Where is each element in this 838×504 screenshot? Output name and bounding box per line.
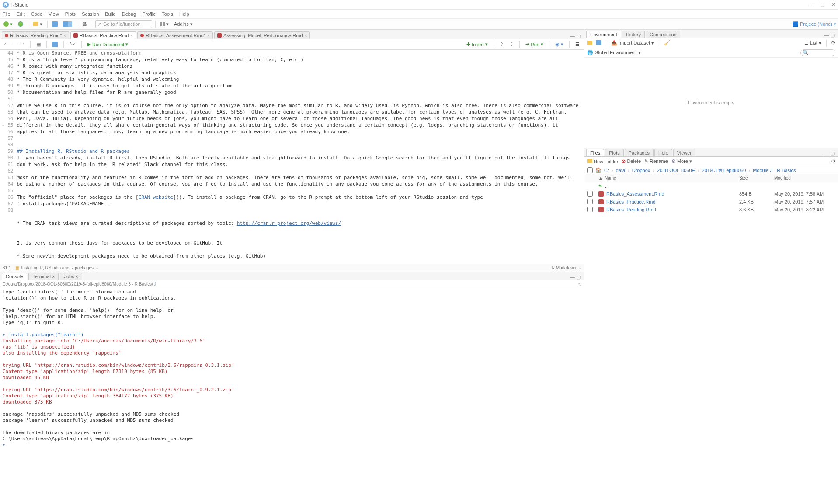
tab-plots[interactable]: Plots — [605, 149, 623, 156]
refresh-files-icon[interactable]: ⟳ — [831, 159, 835, 164]
spellcheck-button[interactable]: ᴬ✓ — [68, 41, 77, 48]
maximize-pane-icon[interactable]: ▢ — [830, 32, 835, 38]
console-output[interactable]: Type 'contributors()' for more informati… — [0, 288, 584, 504]
tab-rbasics-assessment[interactable]: RBasics_Assessment.Rmd*× — [137, 31, 213, 39]
file-mode[interactable]: R Markdown — [552, 266, 576, 270]
menu-debug[interactable]: Debug — [122, 11, 136, 17]
minimize-pane-icon[interactable]: — — [824, 151, 829, 156]
clear-env-button[interactable]: 🧹 — [664, 40, 670, 46]
minimize-icon[interactable]: — — [808, 2, 813, 7]
minimize-pane-icon[interactable]: — — [570, 274, 575, 280]
tab-terminal[interactable]: Terminal × — [28, 273, 59, 280]
menu-build[interactable]: Build — [105, 11, 115, 17]
maximize-pane-icon[interactable]: ▢ — [576, 274, 581, 280]
import-dataset-button[interactable]: 📥 Import Dataset ▾ — [611, 40, 654, 46]
maximize-pane-icon[interactable]: ▢ — [576, 33, 581, 39]
go-next-button[interactable]: ⇩ — [508, 41, 515, 48]
new-folder-button[interactable]: New Folder — [587, 159, 618, 164]
insert-button[interactable]: ✚ Insert ▾ — [465, 41, 490, 48]
save-all-button[interactable] — [61, 21, 74, 28]
run-button[interactable]: ➔ Run ▾ — [524, 41, 545, 48]
print-button[interactable]: 🖶 — [80, 21, 89, 28]
tab-connections[interactable]: Connections — [646, 31, 680, 38]
env-search-input[interactable]: 🔍 — [800, 49, 835, 56]
close-tab-icon[interactable]: × — [63, 33, 66, 38]
open-file-button[interactable]: ▾ — [31, 21, 44, 28]
menu-view[interactable]: View — [49, 11, 59, 17]
rmd-file-icon — [598, 191, 604, 197]
tab-jobs[interactable]: Jobs × — [60, 273, 82, 280]
publish-button[interactable]: ◉ ▾ — [553, 41, 565, 48]
load-workspace-button[interactable] — [587, 41, 592, 46]
file-checkbox[interactable] — [587, 199, 593, 204]
file-row[interactable]: RBasics_Practice.Rmd2.4 KBMay 20, 2019, … — [584, 198, 838, 206]
rename-button[interactable]: ✎ Rename — [644, 159, 668, 164]
back-button[interactable]: ⟸ — [3, 41, 13, 48]
tab-rbasics-practice[interactable]: RBasics_Practice.Rmd× — [70, 31, 136, 39]
tab-help[interactable]: Help — [654, 149, 672, 156]
file-row[interactable]: RBasics_Assessment.Rmd854 BMay 20, 2019,… — [584, 190, 838, 198]
grid-button[interactable]: ▾ — [159, 21, 170, 28]
run-document-button[interactable]: ▶ Run Document ▾ — [86, 41, 130, 48]
up-directory-row[interactable]: ⬑ .. — [584, 182, 838, 190]
delete-button[interactable]: ⊘ Delete — [622, 159, 641, 164]
maximize-icon[interactable]: ▢ — [820, 2, 824, 7]
refresh-env-icon[interactable]: ⟳ — [831, 40, 835, 46]
tab-files[interactable]: Files — [586, 149, 604, 156]
home-icon[interactable]: 🏠 — [595, 167, 602, 173]
list-view-button[interactable]: ☰ List ▾ — [804, 40, 821, 46]
close-tab-icon[interactable]: × — [130, 33, 133, 38]
rmd-file-icon — [598, 207, 604, 212]
menu-file[interactable]: File — [3, 11, 10, 17]
minimize-pane-icon[interactable]: — — [824, 32, 829, 38]
menu-tools[interactable]: Tools — [162, 11, 173, 17]
tab-console[interactable]: Console — [2, 273, 27, 280]
global-env-selector[interactable]: 🌐 Global Environment ▾ — [587, 50, 641, 55]
menu-session[interactable]: Session — [82, 11, 99, 17]
source-editor[interactable]: 4445464748495051525354- 5556575859606162… — [0, 50, 584, 264]
goto-file-function-input[interactable]: ↗ Go to file/function — [95, 20, 152, 28]
outline-toggle-button[interactable]: ☰ — [574, 41, 581, 48]
close-icon[interactable]: ✕ — [831, 2, 835, 7]
new-project-button[interactable] — [16, 21, 25, 28]
menu-bar: File Edit Code View Plots Session Build … — [0, 10, 838, 18]
save-button[interactable] — [51, 21, 59, 28]
tab-viewer[interactable]: Viewer — [673, 149, 695, 156]
close-tab-icon[interactable]: × — [305, 33, 307, 38]
menu-plots[interactable]: Plots — [65, 11, 76, 17]
more-button[interactable]: ⚙ More ▾ — [671, 159, 692, 164]
close-tab-icon[interactable]: × — [207, 33, 210, 38]
save-source-button[interactable] — [51, 41, 59, 48]
crumb[interactable]: Dropbox — [632, 168, 650, 173]
select-all-checkbox[interactable] — [587, 167, 593, 173]
show-outline-button[interactable]: ▤ — [35, 41, 42, 48]
menu-profile[interactable]: Profile — [142, 11, 156, 17]
go-prev-button[interactable]: ⇧ — [498, 41, 505, 48]
crumb[interactable]: 2018-OOL-8060E — [657, 168, 695, 173]
tab-assessing-model[interactable]: Assessing_Model_Performance.Rmd× — [214, 31, 310, 39]
tab-packages[interactable]: Packages — [625, 149, 654, 156]
save-workspace-button[interactable] — [596, 40, 601, 46]
file-checkbox[interactable] — [587, 191, 593, 197]
crumb[interactable]: C: — [604, 168, 609, 173]
minimize-pane-icon[interactable]: — — [570, 33, 575, 39]
clear-console-icon[interactable]: ⟲ — [578, 282, 581, 287]
outline-label[interactable]: Installing R, RStudio and R packages — [21, 266, 94, 270]
file-checkbox[interactable] — [587, 207, 593, 212]
crumb[interactable]: data — [616, 168, 625, 173]
main-toolbar: ▾ ▾ 🖶 ↗ Go to file/function ▾ Addins ▾ 🟦… — [0, 18, 838, 30]
addins-button[interactable]: Addins ▾ — [172, 21, 195, 28]
crumb[interactable]: Module 3 - R Basics — [753, 168, 796, 173]
tab-history[interactable]: History — [622, 31, 645, 38]
tab-rbasics-reading[interactable]: RBasics_Reading.Rmd*× — [2, 31, 69, 39]
maximize-pane-icon[interactable]: ▢ — [830, 151, 835, 156]
menu-help[interactable]: Help — [179, 11, 189, 17]
project-menu[interactable]: 🟦 Project: (None) ▾ — [793, 21, 836, 27]
tab-environment[interactable]: Environment — [586, 31, 621, 38]
crumb[interactable]: 2019-3-fall-epid8060 — [702, 168, 746, 173]
menu-edit[interactable]: Edit — [17, 11, 25, 17]
forward-button[interactable]: ⟹ — [16, 41, 26, 48]
menu-code[interactable]: Code — [31, 11, 42, 17]
file-row[interactable]: RBasics_Reading.Rmd8.6 KBMay 20, 2019, 8… — [584, 206, 838, 214]
new-file-button[interactable]: ▾ — [2, 21, 14, 28]
